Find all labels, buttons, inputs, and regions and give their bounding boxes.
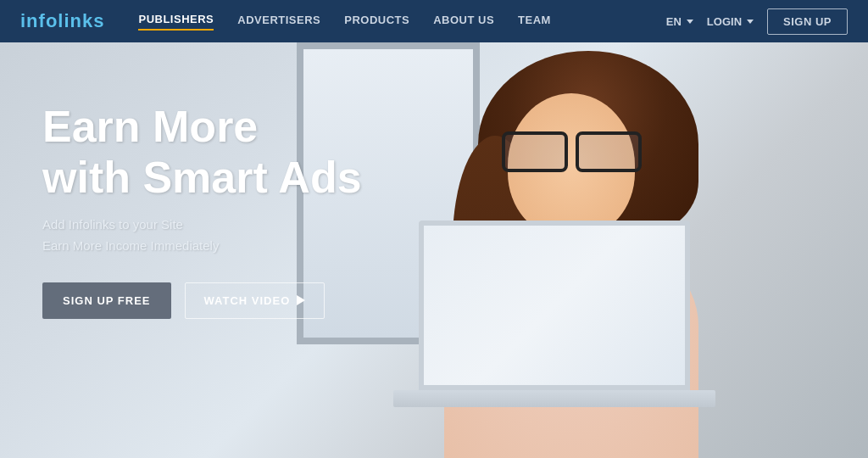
laptop-screen — [419, 221, 690, 390]
logo-links: links — [58, 10, 104, 31]
logo[interactable]: infolinks — [20, 10, 104, 32]
watch-video-label: WATCH VIDEO — [204, 294, 291, 307]
signup-free-button[interactable]: SIGN UP FREE — [42, 282, 171, 319]
login-button[interactable]: LOGIN — [707, 15, 754, 28]
hero-subtitle-line1: Add Infolinks to your Site — [42, 214, 362, 236]
hero-title-line1: Earn More — [42, 102, 258, 151]
hero-title-line2: with Smart Ads — [42, 153, 362, 202]
person-glasses — [502, 131, 642, 170]
hero-section: Earn More with Smart Ads Add Infolinks t… — [0, 0, 868, 458]
nav-right: EN LOGIN SIGN UP — [666, 8, 848, 35]
navbar: infolinks PUBLISHERS ADVERTISERS PRODUCT… — [0, 0, 868, 42]
lang-label: EN — [666, 15, 682, 28]
signup-button[interactable]: SIGN UP — [767, 8, 848, 35]
play-icon — [297, 295, 305, 305]
nav-products[interactable]: PRODUCTS — [344, 14, 409, 30]
nav-team[interactable]: TEAM — [518, 14, 551, 30]
login-label: LOGIN — [707, 15, 742, 28]
hero-content: Earn More with Smart Ads Add Infolinks t… — [42, 102, 362, 319]
login-chevron-icon — [747, 20, 754, 24]
person-laptop — [393, 221, 715, 407]
nav-advertisers[interactable]: ADVERTISERS — [237, 14, 320, 30]
nav-about-us[interactable]: ABOUT US — [433, 14, 494, 30]
hero-subtitle: Add Infolinks to your Site Earn More Inc… — [42, 214, 362, 257]
hero-buttons: SIGN UP FREE WATCH VIDEO — [42, 282, 362, 319]
lang-selector[interactable]: EN — [666, 15, 693, 28]
hero-person — [376, 42, 868, 458]
hero-subtitle-line2: Earn More Income Immediately — [42, 235, 362, 257]
nav-links: PUBLISHERS ADVERTISERS PRODUCTS ABOUT US… — [138, 13, 665, 31]
watch-video-button[interactable]: WATCH VIDEO — [185, 282, 326, 319]
lang-chevron-icon — [687, 20, 693, 24]
logo-info: info — [20, 10, 58, 31]
hero-title: Earn More with Smart Ads — [42, 102, 362, 204]
nav-publishers[interactable]: PUBLISHERS — [138, 13, 214, 31]
laptop-base — [393, 390, 715, 407]
